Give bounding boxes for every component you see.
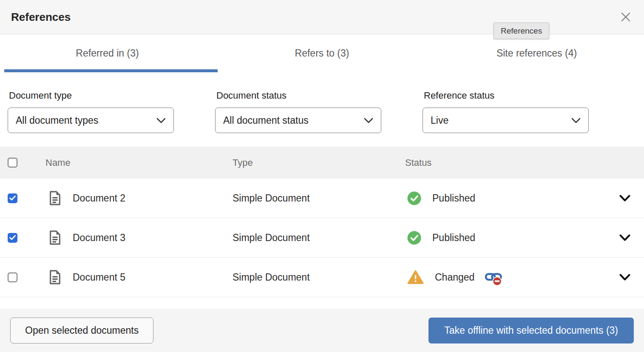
tab-bar: Referred in (3) Refers to (3) Site refer… bbox=[0, 34, 644, 72]
filter-document-status: Document status All document status bbox=[215, 90, 381, 133]
open-selected-button[interactable]: Open selected documents bbox=[10, 318, 153, 343]
document-icon bbox=[49, 230, 61, 245]
document-name[interactable]: Document 5 bbox=[73, 272, 125, 283]
status-text: Published bbox=[432, 232, 475, 244]
filter-label: Reference status bbox=[424, 90, 589, 101]
document-type: Simple Document bbox=[233, 232, 310, 243]
tooltip-text: References bbox=[501, 26, 542, 36]
select-value: Live bbox=[431, 115, 448, 126]
select-all-checkbox[interactable] bbox=[8, 158, 17, 167]
status-text: Changed bbox=[435, 272, 474, 283]
tab-label: Refers to (3) bbox=[295, 48, 349, 59]
document-type-select[interactable]: All document types bbox=[8, 108, 174, 133]
chevron-down-icon bbox=[619, 236, 630, 243]
row-checkbox[interactable] bbox=[8, 193, 17, 203]
dialog-title: References bbox=[11, 11, 71, 24]
references-table: Name Type Status Document 2 Sim bbox=[0, 147, 644, 297]
table-body: Document 2 Simple Document Published bbox=[0, 179, 644, 297]
close-icon bbox=[620, 17, 631, 24]
check-circle-icon bbox=[407, 191, 421, 205]
tab-label: Referred in (3) bbox=[76, 48, 139, 59]
row-expand-button[interactable] bbox=[619, 234, 630, 241]
status-text: Published bbox=[432, 193, 475, 204]
row-expand-button[interactable] bbox=[619, 274, 630, 281]
chevron-down-icon bbox=[571, 115, 581, 126]
column-header-name: Name bbox=[45, 157, 71, 168]
close-button[interactable] bbox=[618, 10, 633, 24]
document-status-select[interactable]: All document status bbox=[215, 108, 381, 133]
chevron-down-icon bbox=[619, 276, 630, 282]
chevron-down-icon bbox=[156, 115, 166, 126]
document-name[interactable]: Document 3 bbox=[73, 232, 125, 244]
document-icon bbox=[49, 191, 61, 205]
chevron-down-icon bbox=[364, 115, 373, 126]
document-icon bbox=[49, 270, 61, 284]
select-value: All document status bbox=[223, 115, 309, 126]
filter-document-type: Document type All document types bbox=[8, 90, 174, 133]
document-type: Simple Document bbox=[233, 193, 310, 204]
row-expand-button[interactable] bbox=[619, 195, 630, 202]
filter-reference-status: Reference status Live bbox=[423, 90, 589, 133]
warning-triangle-icon bbox=[407, 270, 424, 284]
tab-referred-in[interactable]: Referred in (3) bbox=[0, 34, 215, 72]
tab-site-references[interactable]: Site references (4) bbox=[429, 34, 644, 72]
filter-bar: Document type All document types Documen… bbox=[8, 90, 644, 133]
document-name[interactable]: Document 2 bbox=[73, 193, 125, 204]
tab-refers-to[interactable]: Refers to (3) bbox=[215, 34, 429, 72]
dialog-footer: Open selected documents Take offline wit… bbox=[0, 309, 644, 352]
references-tooltip: References bbox=[494, 23, 549, 39]
chevron-down-icon bbox=[619, 197, 630, 203]
references-dialog: References References Referred in (3) Re… bbox=[0, 0, 644, 352]
table-row: Document 2 Simple Document Published bbox=[0, 179, 644, 218]
take-offline-button[interactable]: Take offline with selected documents (3) bbox=[428, 318, 634, 343]
broken-link-icon bbox=[485, 269, 502, 286]
column-header-status: Status bbox=[405, 157, 431, 168]
column-header-type: Type bbox=[233, 157, 253, 168]
filter-label: Document type bbox=[9, 90, 174, 101]
document-type: Simple Document bbox=[233, 272, 310, 283]
select-value: All document types bbox=[16, 115, 98, 126]
table-row: Document 3 Simple Document Published bbox=[0, 218, 644, 258]
row-checkbox[interactable] bbox=[8, 273, 17, 282]
table-row: Document 5 Simple Document Changed bbox=[0, 258, 644, 297]
reference-status-select[interactable]: Live bbox=[423, 108, 589, 133]
check-circle-icon bbox=[407, 231, 421, 245]
tab-label: Site references (4) bbox=[496, 48, 577, 59]
filter-label: Document status bbox=[216, 90, 381, 101]
row-checkbox[interactable] bbox=[8, 233, 17, 243]
table-header: Name Type Status bbox=[0, 147, 644, 179]
